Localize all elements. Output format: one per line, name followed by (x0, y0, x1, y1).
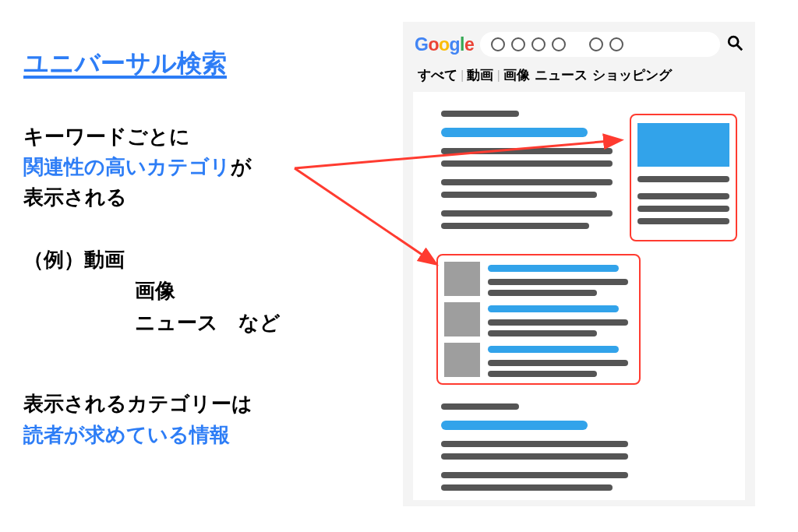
search-input[interactable] (480, 32, 720, 57)
search-icon[interactable] (726, 34, 743, 55)
search-bar: Google (404, 23, 754, 62)
search-mockup: Google すべて| 動画| 画像 ニュース ショッピング (403, 22, 755, 506)
search-tabs: すべて| 動画| 画像 ニュース ショッピング (404, 62, 754, 92)
google-logo: Google (415, 34, 474, 55)
example-label: （例） (23, 248, 84, 271)
p1-line2: 表示される (23, 185, 127, 209)
video-thumb-icon (444, 262, 480, 296)
paragraph-2: 表示されるカテゴリーは 読者が求めている情報 (23, 388, 366, 451)
p2-line1: 表示されるカテゴリーは (23, 392, 252, 415)
svg-line-1 (737, 45, 742, 50)
tab-all[interactable]: すべて (418, 66, 457, 84)
example-item3: ニュース (135, 311, 218, 334)
p1-line1: キーワードごとに (23, 125, 190, 148)
query-char-icon (609, 37, 623, 51)
thumbnail-image (637, 123, 729, 167)
video-thumb-icon (444, 302, 480, 336)
page-title: ユニバーサル検索 (23, 47, 366, 81)
example-item1: 動画 (84, 248, 125, 271)
query-char-icon (589, 37, 603, 51)
query-char-icon (531, 37, 546, 51)
query-char-icon (491, 37, 505, 51)
example-block: （例）動画 画像 ニュース など (23, 244, 366, 338)
p2-highlight: 読者が求めている情報 (23, 423, 230, 446)
query-char-icon (511, 37, 525, 51)
p1-suffix: が (231, 155, 252, 178)
results-area (413, 92, 745, 500)
query-char-icon (552, 37, 566, 51)
tab-shopping[interactable]: ショッピング (592, 66, 672, 84)
tab-news[interactable]: ニュース (535, 66, 588, 84)
example-item3-suffix: など (218, 311, 281, 334)
paragraph-1: キーワードごとに 関連性の高いカテゴリが 表示される (23, 122, 366, 213)
example-item2: 画像 (135, 279, 175, 302)
svg-point-0 (729, 37, 738, 46)
video-thumb-icon (444, 343, 480, 377)
tab-image[interactable]: 画像 (503, 66, 530, 84)
p1-highlight: 関連性の高いカテゴリ (23, 155, 231, 178)
tab-video[interactable]: 動画 (467, 66, 493, 84)
